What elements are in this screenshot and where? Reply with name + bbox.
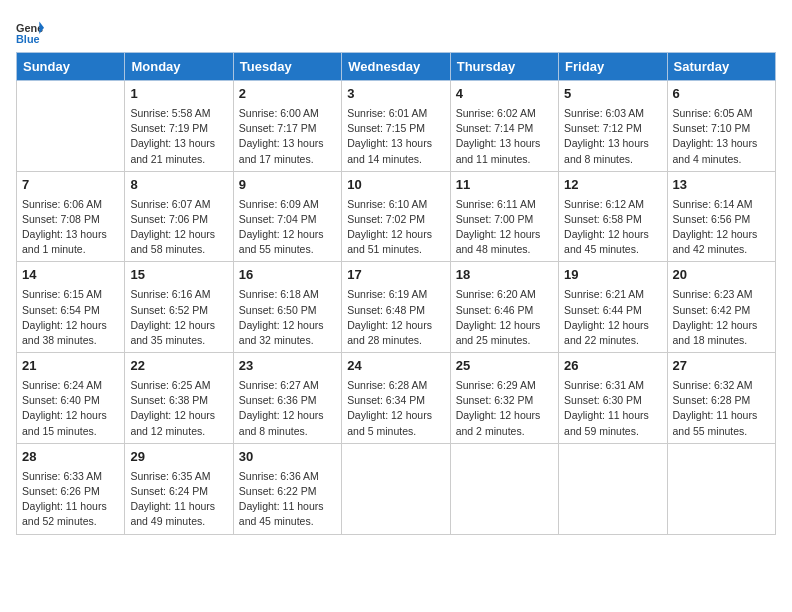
day-info: Sunrise: 6:31 AMSunset: 6:30 PMDaylight:… <box>564 378 661 439</box>
day-info: Sunrise: 6:01 AMSunset: 7:15 PMDaylight:… <box>347 106 444 167</box>
day-info: Sunrise: 6:02 AMSunset: 7:14 PMDaylight:… <box>456 106 553 167</box>
calendar-cell: 29Sunrise: 6:35 AMSunset: 6:24 PMDayligh… <box>125 443 233 534</box>
header-monday: Monday <box>125 53 233 81</box>
day-number: 20 <box>673 266 770 285</box>
calendar-cell: 11Sunrise: 6:11 AMSunset: 7:00 PMDayligh… <box>450 171 558 262</box>
page-header: General Blue <box>16 16 776 48</box>
day-info: Sunrise: 6:16 AMSunset: 6:52 PMDaylight:… <box>130 287 227 348</box>
calendar-cell <box>559 443 667 534</box>
generalblue-logo-icon: General Blue <box>16 20 44 48</box>
day-info: Sunrise: 6:19 AMSunset: 6:48 PMDaylight:… <box>347 287 444 348</box>
day-number: 17 <box>347 266 444 285</box>
header-tuesday: Tuesday <box>233 53 341 81</box>
calendar-cell: 12Sunrise: 6:12 AMSunset: 6:58 PMDayligh… <box>559 171 667 262</box>
calendar-cell: 1Sunrise: 5:58 AMSunset: 7:19 PMDaylight… <box>125 81 233 172</box>
calendar-table: SundayMondayTuesdayWednesdayThursdayFrid… <box>16 52 776 535</box>
calendar-cell: 3Sunrise: 6:01 AMSunset: 7:15 PMDaylight… <box>342 81 450 172</box>
day-info: Sunrise: 6:07 AMSunset: 7:06 PMDaylight:… <box>130 197 227 258</box>
day-info: Sunrise: 6:29 AMSunset: 6:32 PMDaylight:… <box>456 378 553 439</box>
day-number: 2 <box>239 85 336 104</box>
calendar-cell: 2Sunrise: 6:00 AMSunset: 7:17 PMDaylight… <box>233 81 341 172</box>
calendar-cell: 28Sunrise: 6:33 AMSunset: 6:26 PMDayligh… <box>17 443 125 534</box>
day-number: 23 <box>239 357 336 376</box>
day-info: Sunrise: 6:35 AMSunset: 6:24 PMDaylight:… <box>130 469 227 530</box>
svg-text:Blue: Blue <box>16 33 40 45</box>
calendar-cell: 22Sunrise: 6:25 AMSunset: 6:38 PMDayligh… <box>125 353 233 444</box>
header-friday: Friday <box>559 53 667 81</box>
day-info: Sunrise: 6:24 AMSunset: 6:40 PMDaylight:… <box>22 378 119 439</box>
day-number: 22 <box>130 357 227 376</box>
day-info: Sunrise: 6:10 AMSunset: 7:02 PMDaylight:… <box>347 197 444 258</box>
day-number: 21 <box>22 357 119 376</box>
day-number: 15 <box>130 266 227 285</box>
day-info: Sunrise: 6:05 AMSunset: 7:10 PMDaylight:… <box>673 106 770 167</box>
calendar-cell: 27Sunrise: 6:32 AMSunset: 6:28 PMDayligh… <box>667 353 775 444</box>
calendar-cell: 21Sunrise: 6:24 AMSunset: 6:40 PMDayligh… <box>17 353 125 444</box>
day-number: 16 <box>239 266 336 285</box>
day-number: 10 <box>347 176 444 195</box>
day-number: 6 <box>673 85 770 104</box>
day-info: Sunrise: 6:00 AMSunset: 7:17 PMDaylight:… <box>239 106 336 167</box>
day-number: 14 <box>22 266 119 285</box>
day-info: Sunrise: 6:23 AMSunset: 6:42 PMDaylight:… <box>673 287 770 348</box>
calendar-cell: 8Sunrise: 6:07 AMSunset: 7:06 PMDaylight… <box>125 171 233 262</box>
calendar-week-4: 21Sunrise: 6:24 AMSunset: 6:40 PMDayligh… <box>17 353 776 444</box>
calendar-cell: 24Sunrise: 6:28 AMSunset: 6:34 PMDayligh… <box>342 353 450 444</box>
day-number: 30 <box>239 448 336 467</box>
day-info: Sunrise: 6:20 AMSunset: 6:46 PMDaylight:… <box>456 287 553 348</box>
calendar-cell: 18Sunrise: 6:20 AMSunset: 6:46 PMDayligh… <box>450 262 558 353</box>
day-number: 27 <box>673 357 770 376</box>
day-info: Sunrise: 6:15 AMSunset: 6:54 PMDaylight:… <box>22 287 119 348</box>
day-info: Sunrise: 6:18 AMSunset: 6:50 PMDaylight:… <box>239 287 336 348</box>
day-number: 28 <box>22 448 119 467</box>
day-info: Sunrise: 6:09 AMSunset: 7:04 PMDaylight:… <box>239 197 336 258</box>
header-sunday: Sunday <box>17 53 125 81</box>
day-info: Sunrise: 6:11 AMSunset: 7:00 PMDaylight:… <box>456 197 553 258</box>
day-number: 11 <box>456 176 553 195</box>
day-number: 8 <box>130 176 227 195</box>
header-wednesday: Wednesday <box>342 53 450 81</box>
header-saturday: Saturday <box>667 53 775 81</box>
calendar-cell: 23Sunrise: 6:27 AMSunset: 6:36 PMDayligh… <box>233 353 341 444</box>
calendar-cell <box>17 81 125 172</box>
day-info: Sunrise: 6:03 AMSunset: 7:12 PMDaylight:… <box>564 106 661 167</box>
logo: General Blue <box>16 20 46 48</box>
day-info: Sunrise: 6:06 AMSunset: 7:08 PMDaylight:… <box>22 197 119 258</box>
day-info: Sunrise: 6:28 AMSunset: 6:34 PMDaylight:… <box>347 378 444 439</box>
day-number: 26 <box>564 357 661 376</box>
day-info: Sunrise: 6:36 AMSunset: 6:22 PMDaylight:… <box>239 469 336 530</box>
day-number: 5 <box>564 85 661 104</box>
calendar-cell: 25Sunrise: 6:29 AMSunset: 6:32 PMDayligh… <box>450 353 558 444</box>
calendar-header-row: SundayMondayTuesdayWednesdayThursdayFrid… <box>17 53 776 81</box>
day-info: Sunrise: 6:14 AMSunset: 6:56 PMDaylight:… <box>673 197 770 258</box>
day-number: 24 <box>347 357 444 376</box>
calendar-cell: 17Sunrise: 6:19 AMSunset: 6:48 PMDayligh… <box>342 262 450 353</box>
day-number: 25 <box>456 357 553 376</box>
day-number: 13 <box>673 176 770 195</box>
calendar-cell: 7Sunrise: 6:06 AMSunset: 7:08 PMDaylight… <box>17 171 125 262</box>
day-info: Sunrise: 5:58 AMSunset: 7:19 PMDaylight:… <box>130 106 227 167</box>
calendar-week-2: 7Sunrise: 6:06 AMSunset: 7:08 PMDaylight… <box>17 171 776 262</box>
calendar-cell <box>450 443 558 534</box>
calendar-cell: 4Sunrise: 6:02 AMSunset: 7:14 PMDaylight… <box>450 81 558 172</box>
calendar-cell <box>342 443 450 534</box>
calendar-cell: 14Sunrise: 6:15 AMSunset: 6:54 PMDayligh… <box>17 262 125 353</box>
day-info: Sunrise: 6:27 AMSunset: 6:36 PMDaylight:… <box>239 378 336 439</box>
day-number: 19 <box>564 266 661 285</box>
day-number: 12 <box>564 176 661 195</box>
header-thursday: Thursday <box>450 53 558 81</box>
calendar-cell: 20Sunrise: 6:23 AMSunset: 6:42 PMDayligh… <box>667 262 775 353</box>
day-number: 1 <box>130 85 227 104</box>
day-number: 18 <box>456 266 553 285</box>
day-info: Sunrise: 6:25 AMSunset: 6:38 PMDaylight:… <box>130 378 227 439</box>
calendar-week-1: 1Sunrise: 5:58 AMSunset: 7:19 PMDaylight… <box>17 81 776 172</box>
calendar-cell: 26Sunrise: 6:31 AMSunset: 6:30 PMDayligh… <box>559 353 667 444</box>
day-number: 3 <box>347 85 444 104</box>
calendar-cell <box>667 443 775 534</box>
calendar-week-5: 28Sunrise: 6:33 AMSunset: 6:26 PMDayligh… <box>17 443 776 534</box>
calendar-cell: 10Sunrise: 6:10 AMSunset: 7:02 PMDayligh… <box>342 171 450 262</box>
day-info: Sunrise: 6:32 AMSunset: 6:28 PMDaylight:… <box>673 378 770 439</box>
day-number: 29 <box>130 448 227 467</box>
calendar-week-3: 14Sunrise: 6:15 AMSunset: 6:54 PMDayligh… <box>17 262 776 353</box>
calendar-cell: 30Sunrise: 6:36 AMSunset: 6:22 PMDayligh… <box>233 443 341 534</box>
